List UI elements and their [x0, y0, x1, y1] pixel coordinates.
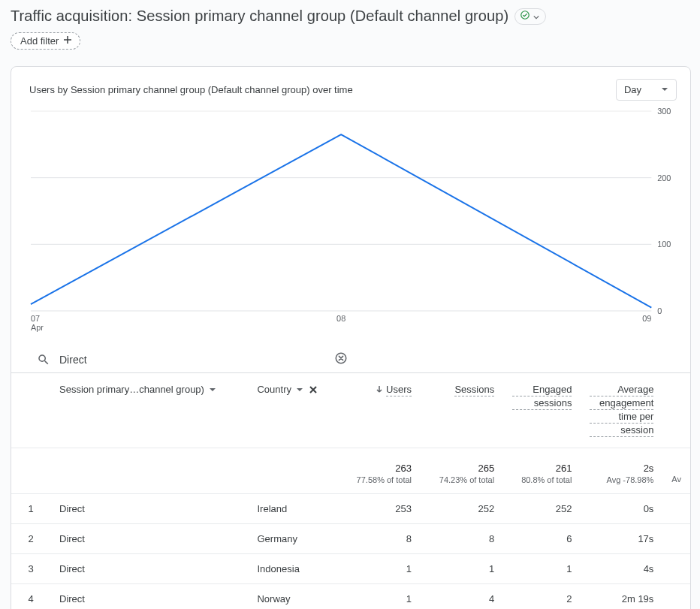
summary-row: 26377.58% of total26574.23% of total2618… — [11, 448, 690, 494]
metric-header-users[interactable]: Users — [338, 373, 421, 448]
cell-aet: 2m 19s — [581, 584, 662, 610]
cell-sessions: 8 — [421, 524, 503, 554]
summary-engaged: 26180.8% of total — [503, 448, 581, 494]
summary-users: 26377.58% of total — [338, 448, 421, 494]
cell-channel: Direct — [50, 524, 248, 554]
cell-country: Ireland — [248, 494, 337, 524]
svg-text:08: 08 — [336, 314, 345, 323]
svg-text:0: 0 — [657, 306, 662, 315]
remove-dimension-icon[interactable] — [308, 384, 318, 395]
cell-aet: 4s — [581, 554, 662, 584]
svg-text:100: 100 — [657, 240, 671, 249]
status-dropdown[interactable] — [514, 8, 546, 25]
cell-engaged: 1 — [503, 554, 581, 584]
clear-search-button[interactable] — [334, 351, 348, 367]
table-search-input[interactable] — [58, 353, 665, 366]
report-card: Users by Session primary channel group (… — [11, 66, 691, 609]
svg-point-0 — [521, 11, 530, 19]
cell-engaged: 2 — [503, 584, 581, 610]
cell-aet: 17s — [581, 524, 662, 554]
add-filter-label: Add filter — [20, 35, 59, 47]
svg-text:300: 300 — [657, 108, 671, 116]
line-chart[interactable]: 010020030007Apr0809 — [29, 108, 677, 333]
chart-title: Users by Session primary channel group (… — [29, 84, 353, 95]
svg-text:07: 07 — [31, 314, 40, 323]
dimension-header-0[interactable]: Session primary…channel group) — [59, 384, 216, 395]
cell-sessions: 4 — [421, 584, 503, 610]
summary-aet: 2sAvg -78.98% — [581, 448, 662, 494]
plus-icon — [63, 35, 72, 47]
dimension-header-1[interactable]: Country — [257, 384, 318, 395]
cell-users: 8 — [338, 524, 421, 554]
data-table: Session primary…channel group) Country U… — [11, 373, 690, 609]
triangle-down-icon — [296, 386, 303, 393]
cell-country: Norway — [248, 584, 337, 610]
svg-text:200: 200 — [657, 173, 671, 182]
cell-aet: 0s — [581, 494, 662, 524]
cell-sessions: 252 — [421, 494, 503, 524]
table-search-row — [11, 353, 690, 373]
cell-engaged: 6 — [503, 524, 581, 554]
table-row[interactable]: 3 Direct Indonesia 1 1 1 4s — [11, 554, 690, 584]
summary-sessions: 26574.23% of total — [421, 448, 503, 494]
table-row[interactable]: 2 Direct Germany 8 8 6 17s — [11, 524, 690, 554]
triangle-down-icon — [661, 84, 668, 95]
metric-header-cut — [662, 373, 690, 448]
sort-down-icon — [376, 384, 383, 395]
table-row[interactable]: 4 Direct Norway 1 4 2 2m 19s — [11, 584, 690, 610]
add-filter-button[interactable]: Add filter — [11, 32, 80, 50]
svg-text:Apr: Apr — [31, 323, 44, 332]
page-title: Traffic acquisition: Session primary cha… — [11, 8, 508, 25]
granularity-value: Day — [624, 84, 641, 95]
cell-channel: Direct — [50, 494, 248, 524]
svg-text:09: 09 — [642, 314, 651, 323]
cell-users: 1 — [338, 584, 421, 610]
granularity-select[interactable]: Day — [616, 79, 677, 101]
cell-users: 1 — [338, 554, 421, 584]
cell-users: 253 — [338, 494, 421, 524]
cell-engaged: 252 — [503, 494, 581, 524]
search-icon — [37, 353, 50, 366]
metric-header-aet[interactable]: Averageengagementtime persession — [581, 373, 662, 448]
metric-header-engaged[interactable]: Engagedsessions — [503, 373, 581, 448]
triangle-down-icon — [209, 386, 216, 393]
check-circle-icon — [520, 10, 530, 23]
cell-channel: Direct — [50, 584, 248, 610]
cell-country: Indonesia — [248, 554, 337, 584]
cell-sessions: 1 — [421, 554, 503, 584]
clear-circle-icon — [334, 356, 348, 367]
cell-country: Germany — [248, 524, 337, 554]
table-row[interactable]: 1 Direct Ireland 253 252 252 0s — [11, 494, 690, 524]
metric-header-sessions[interactable]: Sessions — [421, 373, 503, 448]
cell-channel: Direct — [50, 554, 248, 584]
chevron-down-icon — [533, 10, 539, 23]
